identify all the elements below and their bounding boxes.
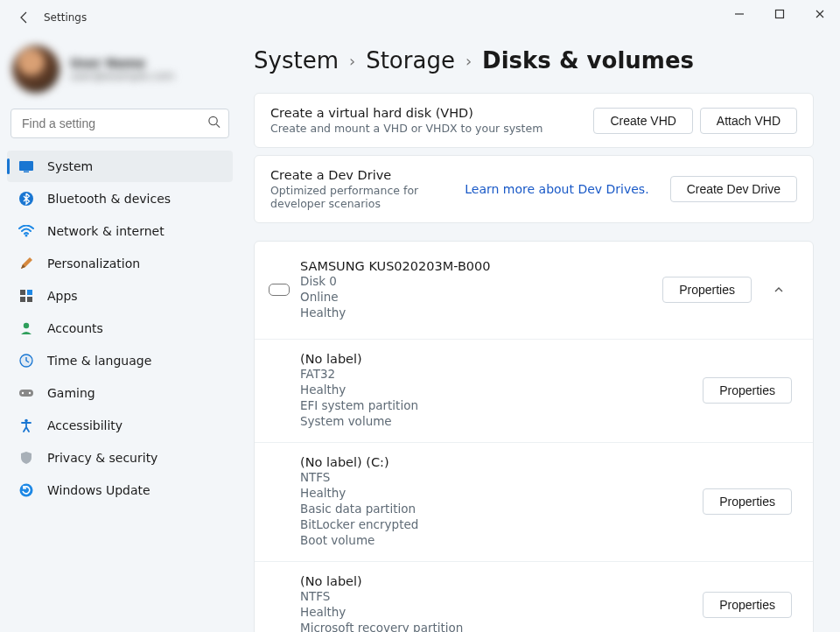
properties-button[interactable]: Properties	[703, 377, 792, 404]
partition-line: NTFS	[300, 588, 696, 604]
partition-title: (No label) (C:)	[300, 455, 696, 469]
properties-button[interactable]: Properties	[703, 488, 792, 515]
sidebar-item-bluetooth[interactable]: Bluetooth & devices	[7, 183, 233, 214]
attach-vhd-button[interactable]: Attach VHD	[700, 108, 797, 134]
svg-rect-14	[19, 390, 33, 397]
search-field[interactable]	[10, 109, 229, 138]
person-icon	[18, 321, 35, 335]
svg-rect-5	[24, 172, 29, 173]
wifi-icon	[18, 225, 35, 237]
maximize-button[interactable]	[760, 0, 800, 28]
sidebar-item-label: Apps	[47, 289, 78, 303]
sidebar-item-update[interactable]: Windows Update	[7, 474, 233, 506]
svg-point-7	[25, 235, 28, 237]
page-title: Disks & volumes	[482, 47, 694, 74]
svg-point-15	[22, 392, 24, 394]
partition-row[interactable]: (No label)FAT32HealthyEFI system partiti…	[255, 339, 813, 442]
dev-drive-learn-link[interactable]: Learn more about Dev Drives.	[465, 182, 648, 196]
disk-icon	[269, 284, 290, 296]
sidebar-item-label: Windows Update	[47, 483, 150, 497]
properties-button[interactable]: Properties	[662, 277, 752, 303]
sidebar-item-accessibility[interactable]: Accessibility	[7, 410, 233, 441]
partition-line: Healthy	[300, 485, 696, 501]
breadcrumb-system[interactable]: System	[254, 47, 339, 74]
sidebar-item-privacy[interactable]: Privacy & security	[7, 442, 233, 474]
back-button[interactable]	[7, 0, 42, 35]
sidebar-item-apps[interactable]: Apps	[7, 280, 233, 312]
partition-row[interactable]: (No label) (C:)NTFSHealthyBasic data par…	[255, 442, 813, 561]
svg-rect-10	[20, 297, 25, 302]
shield-icon	[18, 451, 35, 465]
dev-sub: Optimized performance for developer scen…	[270, 184, 465, 210]
vhd-card: Create a virtual hard disk (VHD) Create …	[254, 93, 814, 148]
close-button[interactable]	[800, 0, 840, 28]
sidebar-item-personalization[interactable]: Personalization	[7, 248, 233, 279]
sidebar-item-accounts[interactable]: Accounts	[7, 312, 233, 344]
sidebar-item-system[interactable]: System	[7, 151, 233, 182]
disk-row[interactable]: SAMSUNG KUS020203M-B000 Disk 0 Online He…	[255, 242, 813, 339]
properties-button[interactable]: Properties	[703, 592, 792, 618]
vhd-sub: Create and mount a VHD or VHDX to your s…	[270, 122, 586, 135]
svg-point-17	[24, 419, 28, 423]
disk-name: SAMSUNG KUS020203M-B000	[300, 259, 655, 273]
sidebar-item-label: Network & internet	[47, 224, 164, 238]
search-input[interactable]	[10, 109, 229, 138]
partition-line: Microsoft recovery partition	[300, 620, 696, 632]
user-name: User Name	[70, 56, 174, 70]
svg-rect-4	[19, 161, 33, 171]
chevron-right-icon: ›	[349, 52, 355, 70]
user-email: user@example.com	[70, 70, 174, 82]
vhd-title: Create a virtual hard disk (VHD)	[270, 106, 586, 120]
create-dev-drive-button[interactable]: Create Dev Drive	[670, 176, 797, 202]
partition-line: Boot volume	[300, 532, 696, 548]
update-icon	[18, 483, 35, 497]
sidebar: User Name user@example.com System Blueto…	[0, 35, 240, 632]
bluetooth-icon	[18, 191, 35, 207]
main-content: System › Storage › Disks & volumes Creat…	[240, 35, 840, 632]
accessibility-icon	[18, 418, 35, 432]
sidebar-item-label: Gaming	[47, 386, 95, 400]
breadcrumb-storage[interactable]: Storage	[366, 47, 455, 74]
app-title: Settings	[44, 11, 87, 24]
sidebar-item-label: Personalization	[47, 256, 140, 270]
sidebar-item-label: Accessibility	[47, 418, 122, 432]
sidebar-item-time[interactable]: Time & language	[7, 345, 233, 376]
dev-drive-card: Create a Dev Drive Optimized performance…	[254, 155, 814, 223]
partition-line: Healthy	[300, 382, 696, 397]
brush-icon	[18, 256, 35, 271]
partition-line: Basic data partition	[300, 501, 696, 516]
partition-row[interactable]: (No label)NTFSHealthyMicrosoft recovery …	[255, 561, 813, 632]
partition-line: NTFS	[300, 469, 696, 485]
breadcrumb: System › Storage › Disks & volumes	[254, 47, 814, 74]
partition-line: Healthy	[300, 604, 696, 620]
svg-rect-8	[20, 290, 25, 295]
partition-line: EFI system partition	[300, 397, 696, 413]
disk-line: Disk 0	[300, 273, 655, 289]
sidebar-item-gaming[interactable]: Gaming	[7, 377, 233, 409]
chevron-right-icon: ›	[466, 52, 472, 70]
avatar	[12, 46, 60, 93]
partition-title: (No label)	[300, 574, 696, 588]
svg-point-18	[20, 484, 33, 497]
svg-rect-1	[776, 11, 784, 18]
sidebar-item-label: Time & language	[47, 354, 151, 368]
svg-rect-11	[27, 297, 32, 302]
chevron-up-icon[interactable]	[766, 277, 792, 303]
disk-line: Healthy	[300, 305, 655, 320]
sidebar-item-label: Accounts	[47, 321, 103, 335]
titlebar: Settings	[0, 0, 840, 35]
create-vhd-button[interactable]: Create VHD	[593, 108, 692, 134]
user-block[interactable]: User Name user@example.com	[7, 40, 233, 107]
disk-line: Online	[300, 289, 655, 305]
minimize-button[interactable]	[719, 0, 760, 28]
apps-icon	[18, 289, 35, 303]
partition-title: (No label)	[300, 352, 696, 366]
svg-point-12	[24, 323, 29, 328]
sidebar-item-label: Bluetooth & devices	[47, 192, 171, 206]
svg-rect-9	[27, 290, 32, 295]
nav: System Bluetooth & devices Network & int…	[7, 151, 233, 506]
clock-icon	[18, 354, 35, 368]
sidebar-item-network[interactable]: Network & internet	[7, 215, 233, 247]
sidebar-item-label: System	[47, 159, 93, 173]
svg-point-16	[29, 392, 31, 394]
